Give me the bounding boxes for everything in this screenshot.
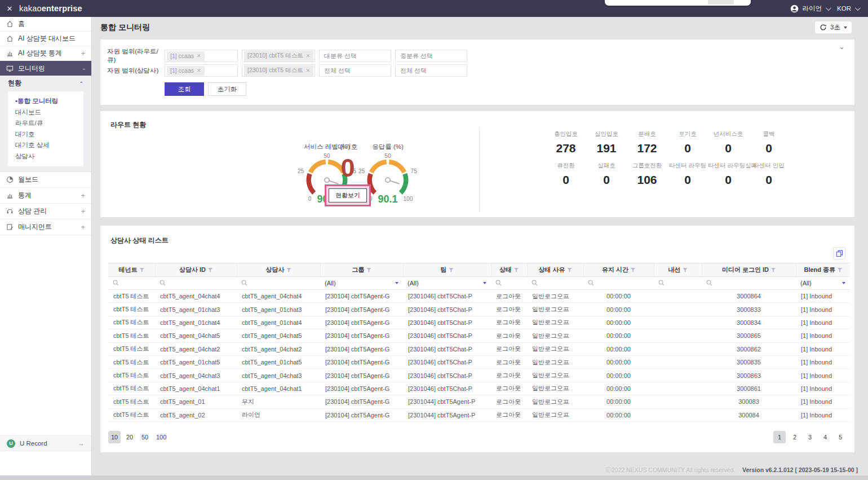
column-header[interactable]: 미디어 로그인 ID — [702, 263, 796, 277]
route-stat-value: 0 — [586, 171, 627, 190]
reset-button[interactable]: 초기화 — [208, 82, 246, 96]
page-number-button[interactable]: 5 — [834, 431, 847, 443]
column-search-input[interactable] — [583, 277, 654, 290]
column-select-filter[interactable]: (All) — [796, 277, 850, 290]
major-category-select[interactable]: 대분류 선택 — [319, 50, 391, 62]
sidebar-item-stats[interactable]: 통계 + — [0, 188, 91, 204]
remove-tag-icon[interactable]: ✕ — [306, 68, 311, 73]
sidebar-item-u-record[interactable]: U U Record → — [0, 435, 91, 451]
column-header[interactable]: 상담사 — [237, 263, 320, 277]
filter-funnel-icon[interactable] — [683, 268, 688, 272]
page-number-button[interactable]: 1 — [773, 431, 786, 443]
sidebar-subitem[interactable]: 대기호 상세 — [15, 140, 83, 151]
filter-funnel-icon[interactable] — [140, 268, 144, 272]
sidebar-item-home[interactable]: 홈 — [0, 17, 91, 32]
sidebar-subitem[interactable]: 대시보드 — [15, 107, 83, 118]
divider — [479, 127, 480, 213]
column-header-label: 내선 — [668, 266, 681, 273]
filter-funnel-icon[interactable] — [514, 268, 519, 272]
route-scope-input-2[interactable]: [23010] cbtT5 테스트✕ — [242, 50, 315, 62]
filter-funnel-icon[interactable] — [631, 268, 635, 272]
sidebar-subitem[interactable]: 라우트/큐 — [15, 118, 83, 129]
table-row[interactable]: cbtT5 테스트cbtT5_agent_04chat1cbtT5_agent_… — [108, 382, 850, 395]
expand-plus-icon[interactable]: + — [81, 207, 85, 215]
page-size-button[interactable]: 10 — [108, 431, 121, 443]
agent-select-all-1[interactable]: 전체 선택 — [319, 64, 391, 77]
sidebar-item-wallboard[interactable]: 월보드 — [0, 172, 91, 188]
sidebar-item-management[interactable]: 매니지먼트 + — [0, 219, 91, 235]
column-search-input[interactable] — [108, 277, 155, 290]
column-search-input[interactable] — [491, 277, 527, 290]
column-header[interactable]: 테넌트 — [108, 263, 155, 277]
filter-funnel-icon[interactable] — [838, 268, 842, 272]
table-row[interactable]: cbtT5 테스트cbtT5_agent_02라이언[230104] cbtT5… — [108, 408, 850, 421]
table-row[interactable]: cbtT5 테스트cbtT5_agent_01무지[230104] cbtT5A… — [108, 395, 850, 408]
route-stat-value: 191 — [586, 140, 627, 158]
close-icon[interactable]: ✕ — [0, 5, 19, 13]
table-row[interactable]: cbtT5 테스트cbtT5_agent_01chat5cbtT5_agent_… — [108, 355, 850, 368]
route-stat: 포기호0 — [667, 130, 708, 158]
filter-funnel-icon[interactable] — [771, 268, 776, 272]
sidebar-subitem[interactable]: 대기호 — [15, 129, 83, 140]
expand-plus-icon[interactable]: + — [81, 191, 85, 200]
page-number-button[interactable]: 3 — [804, 431, 816, 443]
column-search-input[interactable] — [155, 277, 237, 290]
collapse-minus-icon[interactable]: - — [83, 64, 85, 73]
sidebar-item-monitoring[interactable]: 모니터링 - — [0, 61, 91, 76]
filter-funnel-icon[interactable] — [287, 268, 291, 272]
remove-tag-icon[interactable]: ✕ — [197, 68, 201, 73]
column-search-input[interactable] — [654, 277, 702, 290]
sidebar-subitem[interactable]: 통합 모니터링 — [15, 96, 83, 107]
column-select-filter[interactable]: (All) — [320, 277, 403, 290]
table-row[interactable]: cbtT5 테스트cbtT5_agent_01chat3cbtT5_agent_… — [108, 303, 850, 316]
search-button[interactable]: 조회 — [165, 82, 204, 96]
expand-plus-icon[interactable]: + — [81, 49, 85, 58]
panel-collapse-icon[interactable]: ⌄ — [839, 44, 845, 51]
column-header[interactable]: 상태 — [491, 263, 527, 277]
view-status-button[interactable]: 현황보기 — [329, 188, 367, 202]
column-select-filter[interactable]: (All) — [403, 277, 491, 290]
table-row[interactable]: cbtT5 테스트cbtT5_agent_04chat3cbtT5_agent_… — [108, 369, 850, 382]
sidebar-section-header[interactable]: 현황 ⌃ — [0, 76, 91, 91]
page-number-button[interactable]: 2 — [789, 431, 801, 443]
filter-funnel-icon[interactable] — [568, 268, 572, 272]
column-header[interactable]: 팀 — [403, 263, 491, 277]
page-size-button[interactable]: 50 — [139, 431, 151, 443]
user-menu[interactable]: 라이언 — [803, 5, 822, 13]
sidebar-subitem[interactable]: 상담사 — [15, 151, 83, 162]
page-size-button[interactable]: 20 — [123, 431, 136, 443]
page-number-button[interactable]: 4 — [819, 431, 831, 443]
filter-funnel-icon[interactable] — [449, 268, 454, 272]
column-header[interactable]: 유지 시간 — [583, 263, 654, 277]
table-row[interactable]: cbtT5 테스트cbtT5_agent_04chat4cbtT5_agent_… — [108, 290, 850, 303]
table-row[interactable]: cbtT5 테스트cbtT5_agent_01chat4cbtT5_agent_… — [108, 316, 850, 329]
column-header[interactable]: 그룹 — [320, 263, 403, 277]
column-header[interactable]: 상담사 ID — [155, 263, 237, 277]
remove-tag-icon[interactable]: ✕ — [197, 53, 201, 59]
route-scope-input-1[interactable]: [1] ccaas✕ — [165, 50, 238, 62]
remove-tag-icon[interactable]: ✕ — [306, 53, 311, 59]
column-search-input[interactable] — [237, 277, 320, 290]
filter-tag: [23010] cbtT5 테스트✕ — [244, 51, 313, 61]
column-header[interactable]: 내선 — [654, 263, 702, 277]
column-header[interactable]: 상태 사유 — [527, 263, 583, 277]
sidebar-item-ai-bot-dashboard[interactable]: AI 상담봇 대시보드 — [0, 32, 91, 46]
copy-button[interactable] — [833, 247, 845, 259]
language-menu[interactable]: KOR — [837, 5, 851, 12]
agent-scope-input-2[interactable]: [23010] cbtT5 테스트✕ — [242, 64, 315, 77]
table-row[interactable]: cbtT5 테스트cbtT5_agent_04chat5cbtT5_agent_… — [108, 329, 850, 342]
filter-funnel-icon[interactable] — [367, 268, 371, 272]
column-search-input[interactable] — [527, 277, 583, 290]
refresh-interval-control[interactable]: 3초 — [814, 21, 852, 34]
table-row[interactable]: cbtT5 테스트cbtT5_agent_04chat2cbtT5_agent_… — [108, 342, 850, 355]
sidebar-item-ai-bot-stats[interactable]: AI 상담봇 통계 + — [0, 46, 91, 61]
page-size-button[interactable]: 100 — [154, 431, 169, 443]
column-header[interactable]: Blend 종류 — [796, 263, 850, 277]
sidebar-item-consult-mgmt[interactable]: 상담 관리 + — [0, 204, 91, 219]
column-search-input[interactable] — [702, 277, 796, 290]
middle-category-select[interactable]: 중분류 선택 — [395, 50, 467, 62]
filter-funnel-icon[interactable] — [208, 268, 212, 272]
agent-scope-input-1[interactable]: [1] ccaas✕ — [165, 64, 238, 77]
agent-select-all-2[interactable]: 전체 선택 — [395, 64, 467, 77]
expand-plus-icon[interactable]: + — [81, 223, 85, 231]
